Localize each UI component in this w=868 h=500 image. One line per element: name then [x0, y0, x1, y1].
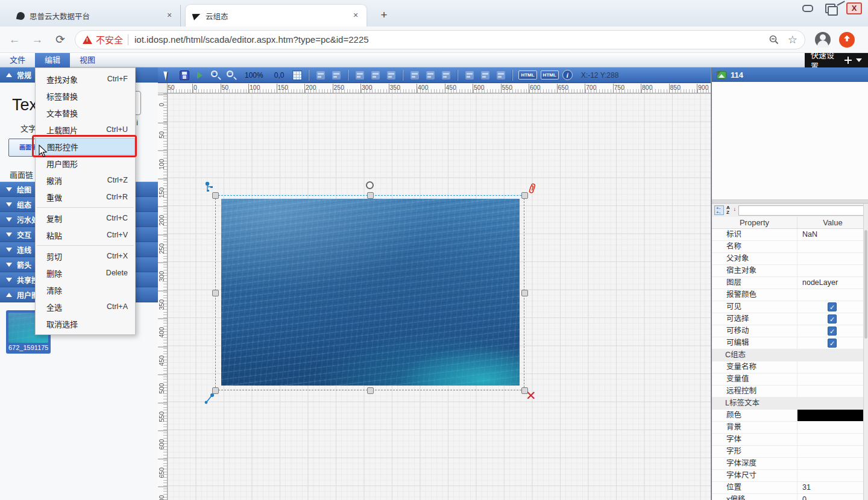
url-text[interactable]: iot.idosp.net/html/scada/editor.aspx.htm…	[134, 34, 764, 45]
property-row-变量名称[interactable]: 变量名称	[712, 361, 868, 373]
new-tab-button[interactable]: +	[376, 7, 392, 23]
ungroup-icon[interactable]	[330, 70, 342, 81]
property-row-位置[interactable]: 位置31	[712, 482, 868, 494]
delete-selection-icon[interactable]: ✕	[526, 390, 536, 402]
property-value[interactable]	[797, 410, 868, 421]
html-export-button[interactable]: HTML	[518, 70, 536, 80]
back-icon[interactable]: ←	[6, 31, 23, 48]
not-secure-warning-icon[interactable]	[83, 36, 92, 44]
edit-menu-item-13[interactable]: 清除	[36, 281, 135, 298]
minimize-button[interactable]	[800, 2, 815, 14]
html-preview-button[interactable]: HTML	[541, 70, 559, 80]
edit-menu-item-12[interactable]: 删除Delete	[36, 264, 135, 281]
edit-menu-item-11[interactable]: 剪切Ctrl+X	[36, 248, 135, 264]
reload-icon[interactable]: ⟳	[52, 31, 69, 48]
zoom-in-icon[interactable]: +	[210, 70, 222, 81]
property-value[interactable]: ✓	[797, 301, 868, 313]
edit-menu-item-2[interactable]: 标签替换	[36, 87, 135, 104]
property-row-图层[interactable]: 图层nodeLayer	[712, 277, 868, 289]
property-row-背景[interactable]: 背景	[712, 422, 868, 434]
property-row-字形[interactable]: 字形	[712, 446, 868, 458]
property-row-字体尺寸[interactable]: 字体尺寸	[712, 470, 868, 482]
checkbox-checked-icon[interactable]: ✓	[828, 339, 837, 348]
align-bottom-icon[interactable]	[440, 70, 452, 81]
property-row-父对象[interactable]: 父对象	[712, 253, 868, 265]
property-value[interactable]: 31	[797, 482, 868, 493]
save-icon[interactable]	[178, 70, 190, 81]
property-value[interactable]	[797, 386, 868, 397]
expand-collapse-icon[interactable]: +-+-	[714, 205, 724, 215]
property-value[interactable]	[797, 373, 868, 385]
resize-handle[interactable]	[521, 290, 528, 296]
text-tool-preview[interactable]: Tex	[12, 96, 37, 114]
property-value[interactable]: ✓	[797, 337, 868, 349]
rotate-handle[interactable]	[366, 181, 374, 189]
attachment-paperclip-icon[interactable]	[525, 181, 539, 199]
edit-menu-item-15[interactable]: 取消选择	[36, 315, 135, 332]
property-row-可见[interactable]: 可见✓	[712, 301, 868, 313]
select-cursor-icon[interactable]	[163, 70, 175, 81]
address-bar[interactable]: 不安全 iot.idosp.net/html/scada/editor.aspx…	[75, 30, 805, 49]
menu-edit-active[interactable]: 编辑	[35, 53, 70, 67]
same-height-icon[interactable]	[479, 70, 491, 81]
browser-update-icon[interactable]	[839, 32, 855, 48]
browser-tab-1[interactable]: 思普云大数据平台 ×	[10, 5, 181, 27]
property-value[interactable]	[797, 422, 868, 433]
property-value[interactable]	[797, 253, 868, 264]
same-size-icon[interactable]	[495, 70, 507, 81]
edit-menu-item-14[interactable]: 全选Ctrl+A	[36, 298, 135, 315]
group-icon[interactable]	[315, 70, 327, 81]
selection-rect[interactable]	[215, 195, 524, 390]
edit-menu-item-7[interactable]: 撤消Ctrl+Z	[36, 172, 135, 189]
property-row-报警颜色[interactable]: 报警颜色	[712, 289, 868, 301]
property-value[interactable]	[797, 361, 868, 373]
align-middle-icon[interactable]	[424, 70, 436, 81]
property-row-可编辑[interactable]: 可编辑✓	[712, 337, 868, 349]
property-value[interactable]: ✓	[797, 313, 868, 325]
forward-icon[interactable]: →	[29, 31, 46, 48]
property-row-字体[interactable]: 字体	[712, 434, 868, 446]
inspector-scrollbar[interactable]	[863, 204, 868, 500]
property-value[interactable]	[797, 265, 868, 277]
checkbox-checked-icon[interactable]: ✓	[828, 327, 837, 336]
property-value[interactable]	[797, 434, 868, 445]
checkbox-checked-icon[interactable]: ✓	[828, 314, 837, 323]
restore-button[interactable]	[823, 2, 838, 14]
property-group-L标签文本[interactable]: L标签文本	[712, 398, 868, 410]
connector-anchor-topleft-icon[interactable]	[205, 181, 217, 195]
resize-handle[interactable]	[367, 387, 374, 394]
align-top-icon[interactable]	[409, 70, 421, 81]
resize-handle[interactable]	[212, 290, 219, 296]
edit-menu-item-9[interactable]: 复制Ctrl+C	[36, 210, 135, 227]
property-row-变量值[interactable]: 变量值	[712, 373, 868, 386]
property-group-C组态[interactable]: C组态	[712, 349, 868, 361]
property-value[interactable]: ✓	[797, 325, 868, 337]
info-icon[interactable]: i	[562, 70, 573, 80]
design-grid[interactable]: ✕	[168, 93, 711, 500]
property-value[interactable]	[797, 241, 868, 252]
edit-menu-item-4[interactable]: 上载图片Ctrl+U	[36, 121, 135, 138]
property-value[interactable]: 0	[797, 494, 868, 500]
property-value[interactable]	[797, 458, 868, 469]
property-value[interactable]: nodeLayer	[797, 277, 868, 289]
align-left-icon[interactable]	[354, 70, 366, 81]
edit-menu-item-5[interactable]: 图形控件	[36, 138, 135, 155]
zoom-out-page-icon[interactable]	[769, 34, 779, 45]
property-row-可移动[interactable]: 可移动✓	[712, 325, 868, 337]
edit-menu-item-3[interactable]: 文本替换	[36, 104, 135, 121]
quick-settings[interactable]: 快速设置	[805, 53, 868, 67]
edit-menu-item-8[interactable]: 重做Ctrl+R	[36, 189, 135, 205]
property-row-可选择[interactable]: 可选择✓	[712, 313, 868, 325]
edit-menu-item-10[interactable]: 粘贴Ctrl+V	[36, 227, 135, 243]
bookmark-star-icon[interactable]: ☆	[788, 33, 797, 46]
property-value[interactable]	[797, 446, 868, 457]
color-swatch[interactable]	[797, 410, 868, 421]
property-value[interactable]	[797, 289, 868, 301]
sort-az-icon[interactable]: AZ	[726, 205, 736, 215]
selected-node-header[interactable]: 114	[712, 67, 868, 82]
resize-handle[interactable]	[367, 192, 374, 199]
property-row-名称[interactable]: 名称	[712, 241, 868, 253]
property-filter-input[interactable]	[738, 205, 866, 216]
close-button[interactable]: X	[846, 2, 862, 14]
grid-toggle-icon[interactable]	[291, 70, 303, 81]
